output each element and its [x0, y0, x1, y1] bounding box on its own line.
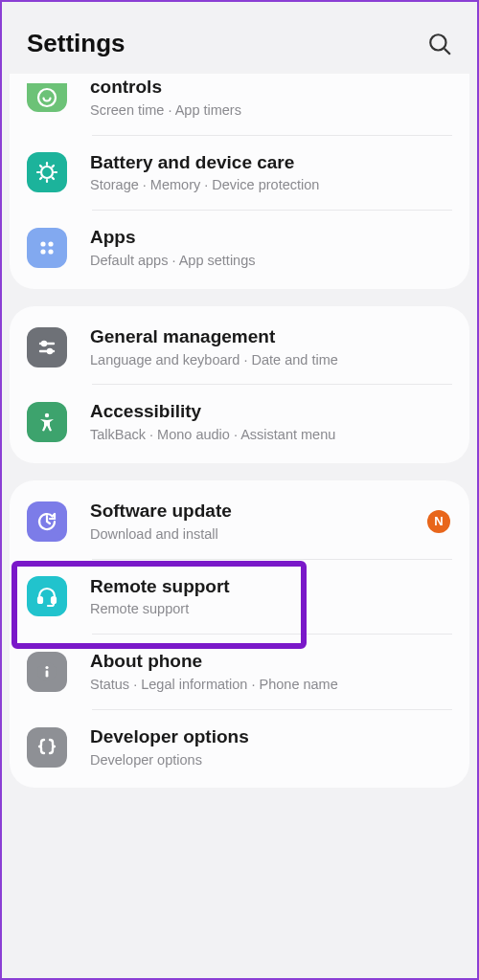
item-sub: Download and install — [90, 525, 420, 544]
svg-line-1 — [445, 48, 450, 54]
settings-item-battery[interactable]: Battery and device care Storage · Memory… — [10, 136, 469, 211]
item-sub: Status · Legal information · Phone name — [90, 676, 450, 694]
svg-point-7 — [48, 249, 53, 254]
svg-point-3 — [41, 167, 53, 178]
new-badge: N — [427, 510, 450, 533]
item-title: Software update — [90, 500, 420, 523]
item-sub: Developer options — [90, 751, 450, 769]
svg-rect-18 — [46, 670, 49, 677]
item-sub: Language and keyboard · Date and time — [90, 351, 450, 369]
item-title: Accessibility — [90, 400, 450, 423]
svg-rect-13 — [38, 597, 42, 603]
item-title: controls — [90, 76, 450, 99]
item-text: Remote support Remote support — [90, 575, 450, 619]
settings-item-about[interactable]: About phone Status · Legal information ·… — [10, 635, 469, 709]
search-icon[interactable] — [427, 32, 452, 56]
device-care-icon — [27, 152, 67, 192]
header: Settings — [2, 2, 477, 74]
item-title: Battery and device care — [90, 151, 450, 174]
item-sub: Storage · Memory · Device protection — [90, 176, 450, 194]
item-text: controls Screen time · App timers — [90, 76, 450, 120]
settings-item-accessibility[interactable]: Accessibility TalkBack · Mono audio · As… — [10, 385, 469, 459]
page-title: Settings — [27, 29, 125, 58]
accessibility-icon — [27, 402, 67, 442]
update-icon — [27, 501, 67, 542]
item-sub: TalkBack · Mono audio · Assistant menu — [90, 426, 450, 444]
item-title: General management — [90, 325, 450, 348]
settings-item-developer[interactable]: Developer options Developer options — [10, 710, 469, 785]
settings-item-remote-support[interactable]: Remote support Remote support — [10, 560, 469, 635]
item-sub: Remote support — [90, 600, 450, 618]
svg-point-12 — [45, 413, 49, 417]
svg-point-17 — [45, 666, 48, 669]
braces-icon — [27, 727, 67, 768]
item-title: Developer options — [90, 725, 450, 748]
item-title: About phone — [90, 650, 450, 673]
wellbeing-icon — [27, 83, 67, 112]
sliders-icon — [27, 327, 67, 368]
info-icon — [27, 652, 67, 692]
settings-group: Software update Download and install N R… — [10, 480, 469, 788]
item-text: Accessibility TalkBack · Mono audio · As… — [90, 400, 450, 444]
svg-point-5 — [48, 241, 53, 246]
item-text: Apps Default apps · App settings — [90, 226, 450, 270]
item-title: Apps — [90, 226, 450, 249]
svg-point-0 — [430, 34, 445, 50]
apps-icon — [27, 228, 67, 268]
settings-item-general[interactable]: General management Language and keyboard… — [10, 310, 469, 385]
settings-group: General management Language and keyboard… — [10, 306, 469, 463]
item-title: Remote support — [90, 575, 450, 598]
svg-point-11 — [48, 349, 52, 353]
settings-item-apps[interactable]: Apps Default apps · App settings — [10, 211, 469, 285]
item-sub: Screen time · App timers — [90, 101, 450, 120]
item-text: General management Language and keyboard… — [90, 325, 450, 369]
item-text: Software update Download and install — [90, 500, 420, 544]
item-text: Battery and device care Storage · Memory… — [90, 151, 450, 195]
settings-item-software-update[interactable]: Software update Download and install N — [10, 484, 469, 559]
svg-point-9 — [42, 342, 46, 345]
item-text: About phone Status · Legal information ·… — [90, 650, 450, 694]
item-sub: Default apps · App settings — [90, 252, 450, 270]
svg-point-6 — [40, 249, 45, 254]
settings-group: controls Screen time · App timers Batter… — [10, 74, 469, 289]
item-text: Developer options Developer options — [90, 725, 450, 769]
headset-icon — [27, 576, 67, 616]
settings-item-controls[interactable]: controls Screen time · App timers — [10, 74, 469, 135]
svg-point-4 — [40, 241, 45, 246]
svg-point-2 — [38, 89, 56, 106]
